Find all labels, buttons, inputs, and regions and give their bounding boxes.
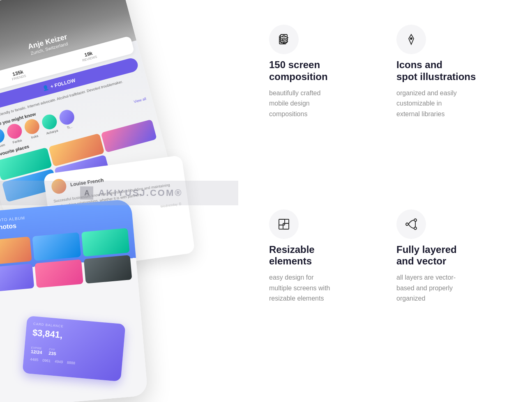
feature-icons-illustrations: Icons andspot illustrations organized an… — [396, 25, 507, 193]
svg-rect-8 — [279, 219, 285, 225]
svg-point-16 — [414, 227, 417, 230]
photo-thumb — [0, 237, 32, 265]
follow-label: + FOLLOW — [50, 77, 76, 90]
view-all-link[interactable]: View all — [133, 96, 146, 104]
profile-name-block: Anje Keizer Zurich, Switzerland — [27, 32, 69, 56]
card-num-1: 4485 — [30, 357, 39, 362]
photo-thumb — [0, 264, 35, 292]
feature-icon-box-2 — [396, 25, 426, 54]
watermark-logo: A — [80, 186, 93, 200]
feature-title-3: Resizableelements — [269, 244, 380, 268]
card-num-3: 4949 — [55, 359, 63, 364]
pen-nib-icon — [405, 33, 418, 46]
feature-resizable: Resizableelements easy design formultipl… — [269, 209, 380, 378]
svg-point-15 — [414, 219, 417, 221]
feature-icon-box-3 — [269, 209, 299, 239]
card-num-2: 0961 — [42, 358, 51, 363]
card-cvv: CVV 235 — [48, 348, 57, 356]
watermark: A AKIYUSJ.COM® — [0, 181, 238, 205]
person-item: Acharya — [40, 113, 60, 136]
features-area: 150 screencomposition beautifully crafte… — [236, 0, 532, 402]
photo-thumb — [32, 232, 81, 261]
follow-icon: 👤 — [42, 85, 49, 92]
card-num-4: 8888 — [67, 361, 76, 365]
avatar — [58, 108, 76, 126]
credit-card: CARD BALANCE $3,841, EXPIRE 12/24 CVV 23… — [22, 316, 125, 381]
photo-thumb — [83, 255, 132, 284]
feature-desc-2: organized and easilycustomizable inexter… — [396, 88, 507, 119]
watermark-text: AKIYUSJ.COM® — [98, 188, 182, 198]
feature-title-1: 150 screencomposition — [269, 59, 380, 83]
feature-layered-vector: Fully layeredand vector all layers are v… — [396, 209, 507, 378]
photo-grid — [0, 223, 138, 297]
avatar — [40, 113, 58, 131]
person-item: Fariba — [5, 122, 25, 145]
vector-icon — [405, 218, 418, 231]
avatar — [23, 117, 41, 136]
resize-icon — [277, 218, 290, 231]
card-expire: EXPIRE 12/24 — [30, 346, 42, 355]
person-item: Iruka — [23, 117, 42, 140]
feature-desc-4: all layers are vector-based and properly… — [396, 272, 507, 304]
svg-point-14 — [406, 223, 408, 225]
avatar — [5, 122, 23, 140]
person-item: Ti... — [58, 108, 77, 131]
feature-icon-box — [269, 25, 299, 54]
feature-title-4: Fully layeredand vector — [396, 244, 507, 268]
feature-icon-box-4 — [396, 209, 426, 239]
stack-icon — [277, 33, 290, 46]
feature-desc-1: beautifully craftedmobile designcomposit… — [269, 88, 380, 119]
feature-desc-3: easy design formultiple screens withresi… — [269, 272, 380, 304]
feature-title-2: Icons andspot illustrations — [396, 59, 507, 83]
photo-thumb — [35, 259, 83, 288]
feature-screen-composition: 150 screencomposition beautifully crafte… — [269, 25, 380, 193]
mockup-area: ← Anje Keizer Zurich, Switzerland LIVE 1… — [0, 0, 238, 402]
svg-rect-9 — [283, 223, 289, 229]
svg-point-6 — [410, 38, 412, 39]
friends-stat: 135k FRIENDS — [10, 69, 27, 81]
reviews-stat: 19k REVIEWS — [81, 49, 98, 62]
photo-thumb — [81, 228, 130, 257]
